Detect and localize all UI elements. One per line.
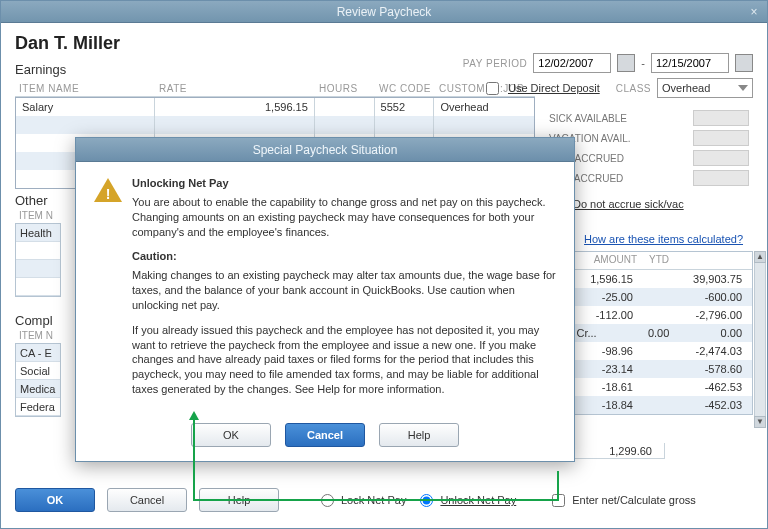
dialog-ok-button[interactable]: OK (191, 423, 271, 447)
enter-net-label[interactable]: Enter net/Calculate gross (572, 494, 696, 506)
ytd-cell: -2,474.03 (643, 342, 752, 360)
col-hours: HOURS (315, 83, 375, 96)
dialog-title: Special Paycheck Situation (76, 138, 574, 162)
chevron-down-icon (738, 85, 748, 91)
dialog-caution: Caution: (132, 249, 556, 264)
scroll-up-icon[interactable]: ▲ (754, 251, 766, 263)
enter-net-checkbox[interactable] (552, 494, 565, 507)
list-item[interactable] (16, 260, 60, 278)
earnings-rate[interactable]: 1,596.15 (155, 98, 314, 116)
bottom-bar: OK Cancel Help Lock Net Pay Unlock Net P… (1, 482, 767, 518)
sick-accrued-field[interactable] (693, 150, 749, 166)
ytd-cell: -600.00 (643, 288, 752, 306)
pay-period-label: PAY PERIOD (463, 58, 527, 69)
special-paycheck-dialog: Special Paycheck Situation ! Unlocking N… (75, 137, 575, 462)
class-select[interactable]: Overhead (657, 78, 753, 98)
col-wc: WC CODE (375, 83, 435, 96)
ytd-cell: -452.03 (643, 396, 752, 414)
sick-available-label: SICK AVAILABLE (549, 113, 627, 124)
unlock-net-pay-label[interactable]: Unlock Net Pay (440, 494, 516, 506)
employee-name: Dan T. Miller (15, 33, 753, 54)
unlock-net-pay-radio[interactable] (420, 494, 433, 507)
pay-period-end-input[interactable] (651, 53, 729, 73)
lock-net-pay-radio[interactable] (321, 494, 334, 507)
dialog-paragraph: If you already issued this paycheck and … (132, 323, 556, 397)
vacation-accrued-field[interactable] (693, 170, 749, 186)
summary-scrollbar[interactable]: ▲ ▼ (754, 251, 766, 428)
dialog-heading: Unlocking Net Pay (132, 176, 556, 191)
window-title: Review Paycheck (337, 5, 432, 19)
direct-deposit-row: Use Direct Deposit CLASS Overhead (486, 78, 753, 98)
dialog-paragraph: You are about to enable the capability t… (132, 195, 556, 240)
do-not-accrue-label[interactable]: Do not accrue sick/vac (573, 198, 684, 210)
amount-cell: 0.00 (607, 324, 680, 342)
ytd-cell: -462.53 (643, 378, 752, 396)
class-label: CLASS (616, 83, 651, 94)
ytd-cell: -578.60 (643, 360, 752, 378)
col-item: ITEM NAME (15, 83, 155, 96)
lock-net-pay-label[interactable]: Lock Net Pay (341, 494, 406, 506)
window-titlebar: Review Paycheck × (1, 1, 767, 23)
col-ytd: YTD (643, 252, 752, 270)
class-value: Overhead (662, 82, 710, 94)
earnings-wc[interactable]: 5552 (375, 98, 435, 116)
pay-period-start-input[interactable] (533, 53, 611, 73)
sick-vacation-block: SICK AVAILABLE VACATION AVAIL. SICK ACCR… (549, 108, 749, 213)
ok-button[interactable]: OK (15, 488, 95, 512)
list-item[interactable]: CA - E (16, 344, 60, 362)
calendar-icon[interactable] (617, 54, 635, 72)
cancel-button[interactable]: Cancel (107, 488, 187, 512)
earnings-hours[interactable] (315, 98, 375, 116)
dialog-cancel-button[interactable]: Cancel (285, 423, 365, 447)
use-direct-deposit-checkbox[interactable] (486, 82, 499, 95)
ytd-cell: -2,796.00 (643, 306, 752, 324)
dialog-text: Unlocking Net Pay You are about to enabl… (132, 176, 556, 407)
close-icon[interactable]: × (747, 5, 761, 19)
other-items-list: Health (15, 223, 61, 297)
help-button[interactable]: Help (199, 488, 279, 512)
sick-available-field[interactable] (693, 110, 749, 126)
calendar-icon[interactable] (735, 54, 753, 72)
dash: - (641, 57, 645, 69)
earnings-cust[interactable]: Overhead (434, 98, 534, 116)
vacation-available-field[interactable] (693, 130, 749, 146)
scroll-down-icon[interactable]: ▼ (754, 416, 766, 428)
list-item[interactable] (16, 242, 60, 260)
pay-period-row: PAY PERIOD - (463, 53, 753, 73)
ytd-cell: 39,903.75 (643, 270, 752, 288)
list-item[interactable]: Federa (16, 398, 60, 416)
review-paycheck-window: Review Paycheck × Dan T. Miller PAY PERI… (0, 0, 768, 529)
company-items-list: CA - ESocialMedicaFedera (15, 343, 61, 417)
use-direct-deposit-label[interactable]: Use Direct Deposit (508, 82, 600, 94)
warning-icon: ! (94, 176, 122, 204)
dialog-paragraph: Making changes to an existing paycheck m… (132, 268, 556, 313)
list-item[interactable] (16, 278, 60, 296)
list-item[interactable]: Social (16, 362, 60, 380)
list-item[interactable]: Medica (16, 380, 60, 398)
how-calculated-link[interactable]: How are these items calculated? (584, 233, 743, 245)
ytd-cell: 0.00 (679, 324, 752, 342)
earnings-item[interactable]: Salary (16, 98, 155, 116)
dialog-help-button[interactable]: Help (379, 423, 459, 447)
list-item[interactable]: Health (16, 224, 60, 242)
col-rate: RATE (155, 83, 315, 96)
